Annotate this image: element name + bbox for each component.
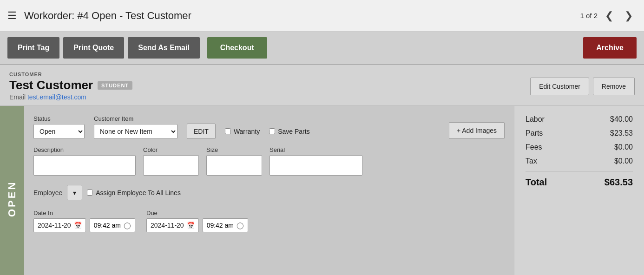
fees-label: Fees bbox=[526, 143, 542, 151]
customer-item-field-group: Customer Item None or New Item bbox=[94, 115, 177, 139]
summary-divider bbox=[526, 171, 633, 171]
fees-value: $0.00 bbox=[614, 143, 633, 151]
due-time-value: 09:42 am bbox=[207, 222, 234, 229]
status-label: Status bbox=[33, 115, 85, 122]
main-content: OPEN Status Open Customer Item None or N… bbox=[0, 106, 644, 275]
next-page-button[interactable]: ❯ bbox=[621, 8, 637, 24]
checkout-button[interactable]: Checkout bbox=[207, 37, 267, 59]
parts-value: $23.53 bbox=[610, 129, 633, 138]
assign-employee-checkbox[interactable] bbox=[87, 190, 93, 196]
customer-name: Test Customer bbox=[9, 78, 93, 92]
tax-value: $0.00 bbox=[614, 157, 633, 165]
save-parts-checkbox-group: Save Parts bbox=[269, 124, 309, 139]
due-label: Due bbox=[146, 210, 248, 216]
workorder-body: Status Open Customer Item None or New It… bbox=[24, 106, 514, 275]
parts-row: Parts $23.53 bbox=[526, 129, 633, 138]
save-parts-label: Save Parts bbox=[278, 128, 309, 135]
customer-email-row: Email test.email@test.com bbox=[9, 93, 519, 101]
warranty-checkbox-group: Warranty bbox=[225, 124, 260, 139]
calendar-icon-date-in: 📅 bbox=[74, 222, 82, 229]
edit-customer-button[interactable]: Edit Customer bbox=[530, 78, 589, 95]
status-field-group: Status Open bbox=[33, 115, 85, 139]
size-label: Size bbox=[206, 146, 262, 153]
customer-section: CUSTOMER Test Customer STUDENT Email tes… bbox=[0, 65, 644, 106]
serial-input[interactable] bbox=[269, 155, 362, 176]
date-in-input[interactable]: 2024-11-20 📅 bbox=[33, 218, 86, 232]
customer-email-link[interactable]: test.email@test.com bbox=[27, 93, 86, 101]
fees-row: Fees $0.00 bbox=[526, 143, 633, 151]
warranty-label: Warranty bbox=[234, 128, 260, 135]
open-side-label: OPEN bbox=[0, 106, 24, 275]
customer-section-label: CUSTOMER bbox=[9, 72, 519, 77]
serial-label: Serial bbox=[269, 146, 362, 153]
clock-icon-due: ◯ bbox=[237, 222, 244, 229]
customer-actions: Edit Customer Remove bbox=[530, 78, 635, 95]
date-in-time-row: 2024-11-20 📅 09:42 am ◯ bbox=[33, 218, 135, 232]
description-row: Description Color Size Serial bbox=[33, 146, 505, 176]
due-date-value: 2024-11-20 bbox=[151, 222, 184, 229]
remove-customer-button[interactable]: Remove bbox=[593, 78, 635, 95]
assign-employee-checkbox-group: Assign Employee To All Lines bbox=[87, 189, 181, 196]
description-label: Description bbox=[33, 146, 136, 153]
total-label: Total bbox=[526, 177, 547, 188]
item-edit-button[interactable]: EDIT bbox=[187, 124, 216, 139]
description-field: Description bbox=[33, 146, 136, 176]
tax-label: Tax bbox=[526, 157, 537, 165]
save-parts-checkbox[interactable] bbox=[269, 128, 275, 134]
due-time-input[interactable]: 09:42 am ◯ bbox=[203, 218, 248, 232]
print-quote-button[interactable]: Print Quote bbox=[63, 37, 124, 59]
time-in-input[interactable]: 09:42 am ◯ bbox=[90, 218, 135, 232]
labor-label: Labor bbox=[526, 115, 545, 124]
email-label: Email bbox=[9, 93, 26, 101]
clock-icon-time-in: ◯ bbox=[124, 222, 131, 229]
toolbar: Print Tag Print Quote Send As Email Chec… bbox=[0, 32, 644, 65]
due-date-time-row: 2024-11-20 📅 09:42 am ◯ bbox=[146, 218, 248, 232]
date-row: Date In 2024-11-20 📅 09:42 am ◯ Due bbox=[33, 210, 505, 232]
date-in-group: Date In 2024-11-20 📅 09:42 am ◯ bbox=[33, 210, 135, 232]
due-date-group: Due 2024-11-20 📅 09:42 am ◯ bbox=[146, 210, 248, 232]
customer-info: CUSTOMER Test Customer STUDENT Email tes… bbox=[9, 72, 519, 101]
hamburger-icon[interactable]: ☰ bbox=[7, 10, 17, 22]
due-date-input[interactable]: 2024-11-20 📅 bbox=[146, 218, 199, 232]
status-item-row: Status Open Customer Item None or New It… bbox=[33, 115, 505, 139]
date-in-value: 2024-11-20 bbox=[38, 222, 71, 229]
header-title: Workorder: #4 Open - Test Customer bbox=[24, 10, 191, 22]
color-field: Color bbox=[143, 146, 199, 176]
add-images-button[interactable]: + Add Images bbox=[449, 122, 505, 139]
total-row: Total $63.53 bbox=[526, 177, 633, 188]
customer-name-row: Test Customer STUDENT bbox=[9, 78, 519, 92]
header-bar: ☰ Workorder: #4 Open - Test Customer 1 o… bbox=[0, 0, 644, 32]
employee-label: Employee bbox=[33, 189, 62, 196]
prev-page-button[interactable]: ❮ bbox=[601, 8, 617, 24]
send-as-email-button[interactable]: Send As Email bbox=[128, 37, 200, 59]
labor-value: $40.00 bbox=[610, 115, 633, 124]
customer-item-label: Customer Item bbox=[94, 115, 177, 122]
status-select[interactable]: Open bbox=[33, 124, 85, 139]
employee-row: Employee ▾ Assign Employee To All Lines bbox=[33, 185, 505, 200]
size-field: Size bbox=[206, 146, 262, 176]
description-input[interactable] bbox=[33, 155, 136, 176]
archive-button[interactable]: Archive bbox=[583, 37, 637, 59]
warranty-checkbox[interactable] bbox=[225, 128, 231, 134]
labor-row: Labor $40.00 bbox=[526, 115, 633, 124]
color-input[interactable] bbox=[143, 155, 199, 176]
size-input[interactable] bbox=[206, 155, 262, 176]
assign-employee-label: Assign Employee To All Lines bbox=[96, 189, 181, 196]
student-badge: STUDENT bbox=[98, 81, 132, 90]
serial-field: Serial bbox=[269, 146, 362, 176]
print-tag-button[interactable]: Print Tag bbox=[7, 37, 59, 59]
date-in-label: Date In bbox=[33, 210, 135, 216]
employee-dropdown-button[interactable]: ▾ bbox=[67, 185, 82, 200]
calendar-icon-due: 📅 bbox=[187, 222, 195, 229]
total-value: $63.53 bbox=[605, 177, 633, 188]
summary-panel: Labor $40.00 Parts $23.53 Fees $0.00 Tax… bbox=[514, 106, 644, 275]
tax-row: Tax $0.00 bbox=[526, 157, 633, 165]
header-left: ☰ Workorder: #4 Open - Test Customer bbox=[7, 10, 191, 22]
page-indicator: 1 of 2 bbox=[580, 12, 598, 20]
customer-item-select[interactable]: None or New Item bbox=[94, 124, 177, 139]
parts-label: Parts bbox=[526, 129, 543, 138]
header-right: 1 of 2 ❮ ❯ bbox=[580, 8, 637, 24]
color-label: Color bbox=[143, 146, 199, 153]
time-in-value: 09:42 am bbox=[94, 222, 121, 229]
